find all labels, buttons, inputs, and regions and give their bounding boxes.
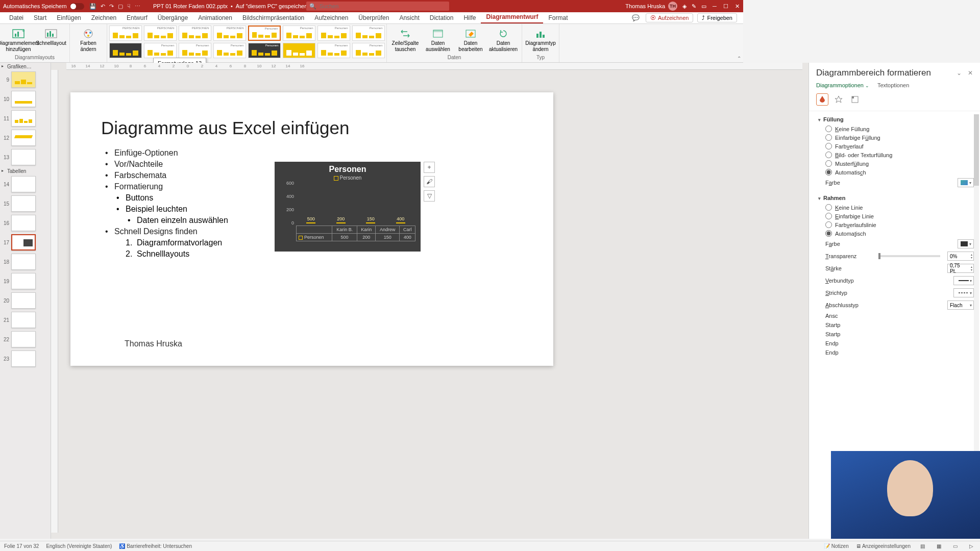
ribbon-display-icon[interactable]: ▭ (701, 3, 706, 10)
share-button[interactable]: ⤴ Freigeben (697, 13, 737, 22)
tab-review[interactable]: Überprüfen (353, 13, 394, 23)
thumbnail-19[interactable]: 19 (0, 272, 51, 291)
comments-icon[interactable]: 💬 (632, 14, 640, 21)
coming-soon-icon[interactable]: ◈ (682, 3, 687, 10)
chart-filters-button[interactable]: ▽ (424, 190, 435, 202)
tab-dictation[interactable]: Dictation (425, 13, 459, 23)
embedded-chart[interactable]: Personen Personen 600 400 200 0 50020015… (275, 162, 421, 252)
chart-y-axis: 600 400 200 0 (279, 181, 294, 226)
chart-style-16[interactable]: Personen (352, 43, 385, 58)
tab-record[interactable]: Aufzeichnen (309, 13, 353, 23)
tab-help[interactable]: Hilfe (458, 13, 481, 23)
chart-style-9[interactable] (109, 43, 142, 58)
thumbnail-17[interactable]: 17 (0, 233, 51, 253)
chart-style-6[interactable]: Personen (283, 26, 315, 41)
chart-style-8[interactable]: Personen (352, 26, 385, 41)
ribbon-mode-icon[interactable]: ✎ (692, 3, 696, 10)
horizontal-ruler: 1614121086420246810121416 (66, 63, 743, 70)
chart-legend[interactable]: Personen (275, 175, 421, 183)
thumbnail-12[interactable]: 12 (0, 129, 51, 148)
chart-style-4[interactable]: PERSONEN (213, 26, 246, 41)
search-box[interactable]: 🔍 (306, 2, 449, 11)
slide-author[interactable]: Thomas Hruska (125, 339, 182, 348)
tab-format[interactable]: Format (543, 13, 573, 23)
slide-editor[interactable]: 1614121086420246810121416 Diagramme aus … (51, 63, 743, 416)
bullet-1[interactable]: Einfüge-Optionen (101, 147, 523, 159)
thumbnail-21[interactable]: 21 (0, 311, 51, 330)
thumbnail-23[interactable]: 23 (0, 349, 51, 369)
svg-rect-15 (536, 34, 538, 38)
thumbnail-11[interactable]: 11 (0, 109, 51, 129)
tab-animations[interactable]: Animationen (193, 13, 237, 23)
thumbnail-15[interactable]: 15 (0, 194, 51, 214)
autosave-switch[interactable] (70, 3, 84, 10)
qat-more-icon[interactable]: ⋯ (135, 3, 140, 10)
edit-data-button[interactable]: Daten bearbeiten (455, 26, 486, 54)
change-chart-type-button[interactable]: Diagrammtyp ändern (525, 26, 556, 54)
tab-insert[interactable]: Einfügen (52, 13, 86, 23)
select-data-icon (431, 28, 445, 39)
avatar: TH (668, 2, 677, 11)
document-title[interactable]: PPT 01 Roter Faden 002.pptx • Auf "diese… (153, 3, 315, 9)
switch-row-column-button[interactable]: Zeile/Spalte tauschen (390, 26, 421, 54)
tab-home[interactable]: Start (29, 13, 52, 23)
thumbnail-13[interactable]: 13 (0, 148, 51, 167)
maximize-button[interactable]: ☐ (723, 3, 729, 9)
chart-style-15[interactable]: Personen (317, 43, 350, 58)
change-colors-button[interactable]: Farben ändern (73, 26, 104, 54)
thumbnail-16[interactable]: 16 (0, 214, 51, 233)
chart-styles-gallery[interactable]: PERSONEN PERSONEN PERSONEN PERSONEN Pers… (107, 24, 387, 62)
save-icon[interactable]: 💾 (89, 3, 96, 10)
section-graphics[interactable]: Grafiken… (0, 63, 51, 70)
chart-styles-button[interactable]: 🖌 (424, 176, 435, 187)
collapse-ribbon-icon[interactable]: ⌃ (737, 56, 741, 61)
slide-title[interactable]: Diagramme aus Excel einfügen (101, 118, 523, 138)
add-chart-element-button[interactable]: + Diagrammelement hinzufügen (3, 26, 34, 54)
autosave-toggle[interactable]: Automatisches Speichern (3, 3, 84, 10)
from-start-icon[interactable]: ▢ (118, 3, 123, 10)
touch-icon[interactable]: ☟ (127, 3, 131, 10)
chart-style-11[interactable]: Personen (179, 43, 211, 58)
undo-icon[interactable]: ↶ (101, 3, 105, 10)
thumbnail-20[interactable]: 20 (0, 291, 51, 311)
svg-rect-6 (50, 31, 51, 37)
chart-style-12[interactable]: Personen (213, 43, 246, 58)
chart-style-3[interactable]: PERSONEN (179, 26, 211, 41)
chart-title[interactable]: Personen (275, 162, 421, 175)
chart-style-14[interactable] (283, 43, 315, 58)
search-input[interactable] (320, 3, 446, 9)
tab-file[interactable]: Datei (4, 13, 29, 23)
close-button[interactable]: ✕ (734, 3, 740, 9)
redo-icon[interactable]: ↷ (109, 3, 114, 10)
thumbnail-22[interactable]: 22 (0, 330, 51, 349)
minimize-button[interactable]: ─ (712, 3, 718, 9)
tab-design[interactable]: Entwurf (121, 13, 153, 23)
chart-style-5[interactable]: Personen (248, 26, 281, 41)
select-data-button[interactable]: Daten auswählen (423, 26, 453, 54)
tab-chart-design[interactable]: Diagrammentwurf (481, 12, 543, 23)
account-button[interactable]: Thomas Hruska TH (625, 2, 677, 11)
tab-draw[interactable]: Zeichnen (86, 13, 121, 23)
chart-style-10[interactable]: Personen (144, 43, 177, 58)
thumbnail-9[interactable]: 9 (0, 70, 51, 90)
refresh-data-button[interactable]: Daten aktualisieren (488, 26, 519, 54)
chart-style-13[interactable]: Personen (248, 43, 281, 58)
thumbnail-18[interactable]: 18 (0, 253, 51, 272)
chart-elements-button[interactable]: + (424, 162, 435, 173)
chart-style-7[interactable]: Personen (317, 26, 350, 41)
quick-layout-button[interactable]: Schnelllayout (36, 26, 66, 48)
slide-canvas[interactable]: Diagramme aus Excel einfügen Einfüge-Opt… (70, 92, 553, 366)
thumbnail-10[interactable]: 10 (0, 90, 51, 109)
chart-type-icon (533, 28, 548, 39)
thumbnail-14[interactable]: 14 (0, 175, 51, 194)
record-button[interactable]: ⦿ Aufzeichnen (646, 13, 694, 22)
tab-view[interactable]: Ansicht (394, 13, 424, 23)
tab-transitions[interactable]: Übergänge (153, 13, 193, 23)
chart-style-2[interactable]: PERSONEN (144, 26, 177, 41)
slide-thumbnails[interactable]: Grafiken… 9 10 11 12 13 Tabellen 14 15 1… (0, 63, 51, 416)
chart-data-table[interactable]: Karin B. Karin Andrew Carl Personen 500 … (296, 226, 415, 241)
tab-slideshow[interactable]: Bildschirmpräsentation (237, 13, 309, 23)
chart-style-1[interactable]: PERSONEN (109, 26, 142, 41)
section-tables[interactable]: Tabellen (0, 167, 51, 175)
chart-plot-area[interactable]: 600 400 200 0 500200150400 (296, 183, 415, 223)
